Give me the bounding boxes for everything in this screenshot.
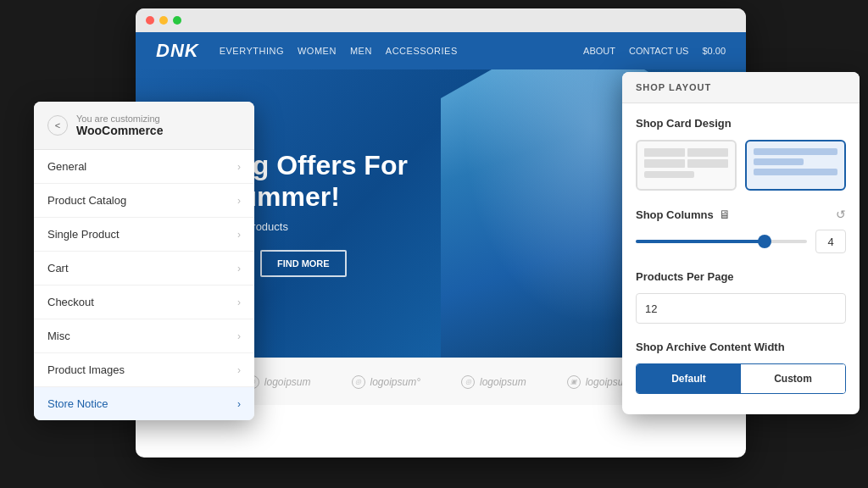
card-option-row-1: [754, 148, 837, 155]
sidebar-item-general[interactable]: General ›: [34, 150, 254, 184]
close-dot[interactable]: [146, 16, 154, 25]
card-design-label: Shop Card Design: [636, 117, 846, 130]
nav-cart[interactable]: $0.00: [702, 46, 726, 56]
nav-about[interactable]: ABOUT: [583, 46, 615, 56]
sidebar-title: WooCommerce: [76, 124, 163, 137]
card-options: [636, 140, 846, 191]
back-button[interactable]: <: [47, 115, 68, 136]
panel-body: Shop Card Design Shop Colum: [622, 103, 860, 414]
chevron-icon-product-images: ›: [237, 364, 241, 376]
chevron-icon-misc: ›: [237, 330, 241, 342]
archive-custom-button[interactable]: Custom: [741, 364, 845, 393]
chevron-icon-store-notice: ›: [237, 398, 241, 410]
slider-fill: [636, 240, 765, 243]
sidebar-item-label-cart: Cart: [47, 262, 69, 274]
sidebar-item-label-single-product: Single Product: [47, 228, 120, 241]
chevron-icon-product-catalog: ›: [237, 195, 241, 207]
card-option-grid[interactable]: [636, 140, 737, 191]
shop-layout-panel: SHOP LAYOUT Shop Card Design: [622, 72, 860, 414]
sidebar-item-cart[interactable]: Cart ›: [34, 252, 254, 286]
logo-item-2: ◎ logoipsum°: [352, 375, 421, 389]
sidebar-item-checkout[interactable]: Checkout ›: [34, 286, 254, 319]
sidebar-item-store-notice[interactable]: Store Notice ›: [34, 387, 254, 420]
find-more-button[interactable]: FIND MORE: [260, 250, 347, 277]
sidebar-item-label-checkout: Checkout: [47, 296, 94, 308]
card-option-row-short-1: [644, 171, 694, 178]
logo-item-3: ◎ logoipsum: [461, 375, 526, 389]
columns-header: Shop Columns 🖥 ↺: [636, 208, 846, 221]
store-nav: EVERYTHING WOMEN MEN ACCESSORIES: [220, 46, 458, 56]
slider-track[interactable]: [636, 240, 807, 243]
browser-chrome: [136, 8, 746, 32]
sidebar-item-label-misc: Misc: [47, 330, 70, 342]
products-section: Products Per Page 12: [636, 270, 846, 324]
columns-section: Shop Columns 🖥 ↺ 4: [636, 208, 846, 253]
logo-text-2: logoipsum°: [370, 376, 421, 388]
slider-thumb[interactable]: [758, 235, 771, 248]
sidebar-item-product-catalog[interactable]: Product Catalog ›: [34, 184, 254, 218]
logo-icon-2: ◎: [352, 375, 365, 389]
sidebar-item-single-product[interactable]: Single Product ›: [34, 218, 254, 252]
panel-title: SHOP LAYOUT: [636, 82, 846, 92]
archive-default-button[interactable]: Default: [637, 364, 741, 393]
card-grid-cell-2: [687, 148, 728, 157]
logo-item-1: ◎ logoipsum: [246, 375, 311, 389]
card-option-row-3: [754, 169, 837, 175]
sidebar-item-misc[interactable]: Misc ›: [34, 319, 254, 353]
sidebar-item-label-general: General: [47, 160, 86, 173]
nav-item-women[interactable]: WOMEN: [298, 46, 337, 56]
chevron-icon-checkout: ›: [237, 297, 241, 308]
chevron-icon-cart: ›: [237, 263, 241, 274]
nav-item-accessories[interactable]: ACCESSORIES: [386, 46, 458, 56]
slider-value: 4: [815, 230, 846, 253]
card-grid-cell-4: [687, 159, 728, 168]
slider-container: 4: [636, 230, 846, 253]
logo-icon-3: ◎: [461, 375, 475, 389]
card-option-single[interactable]: [745, 140, 846, 191]
nav-item-everything[interactable]: EVERYTHING: [220, 46, 284, 56]
sidebar-item-product-images[interactable]: Product Images ›: [34, 353, 254, 387]
store-header: DNK EVERYTHING WOMEN MEN ACCESSORIES ABO…: [136, 32, 746, 69]
sidebar-item-label-store-notice: Store Notice: [47, 397, 108, 410]
logo-text-3: logoipsum: [480, 376, 526, 388]
sidebar-item-label-product-catalog: Product Catalog: [47, 194, 126, 207]
chevron-icon-single-product: ›: [237, 229, 241, 241]
card-grid-cell-3: [644, 159, 685, 168]
panel-header: SHOP LAYOUT: [622, 72, 860, 103]
chevron-icon-general: ›: [237, 161, 241, 173]
columns-label-group: Shop Columns 🖥: [636, 208, 731, 221]
nav-item-men[interactable]: MEN: [350, 46, 372, 56]
store-nav-right: ABOUT CONTACT US $0.00: [583, 46, 726, 56]
card-option-row-2: [754, 158, 804, 165]
sidebar-item-label-product-images: Product Images: [47, 363, 125, 376]
refresh-icon[interactable]: ↺: [836, 208, 846, 221]
logo-icon-4: ▣: [567, 375, 581, 389]
archive-toggle-group: Default Custom: [636, 363, 846, 394]
sidebar-panel: < You are customizing WooCommerce Genera…: [34, 102, 254, 420]
monitor-icon: 🖥: [719, 208, 731, 221]
nav-contact[interactable]: CONTACT US: [629, 46, 689, 56]
products-per-page-input[interactable]: 12: [636, 293, 846, 324]
card-grid-cell-1: [644, 148, 685, 157]
maximize-dot[interactable]: [173, 16, 181, 25]
archive-label: Shop Archive Content Width: [636, 341, 846, 353]
sidebar-subtitle: You are customizing: [76, 114, 163, 124]
store-logo: DNK: [156, 40, 199, 62]
logo-text-1: logoipsum: [264, 376, 311, 388]
minimize-dot[interactable]: [159, 16, 168, 25]
columns-label: Shop Columns: [636, 208, 714, 221]
archive-section: Shop Archive Content Width Default Custo…: [636, 341, 846, 394]
products-per-page-label: Products Per Page: [636, 270, 846, 283]
sidebar-header: < You are customizing WooCommerce: [34, 102, 254, 150]
